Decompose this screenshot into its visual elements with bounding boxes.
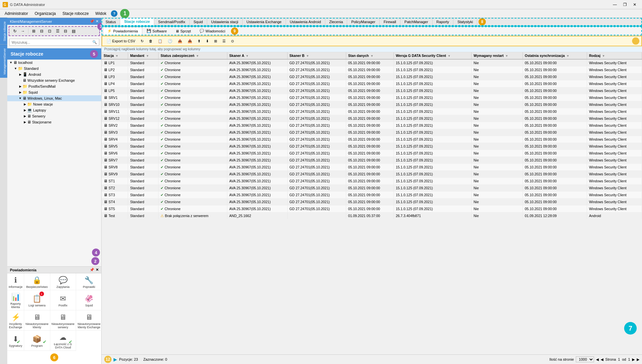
notif-logi[interactable]: 1 📋 Logi serwera (24, 290, 50, 310)
nav-next2-icon[interactable]: ▶ (637, 357, 639, 362)
notif-pin-icon[interactable]: 📌 (90, 268, 94, 272)
tree-item-localhost[interactable]: ▼ 🖥 localhost (7, 60, 101, 66)
tree-item-winlinmac[interactable]: ▼ 🖥 Windows, Linux, Mac (7, 95, 101, 101)
table-row[interactable]: 🖥LP3Standard✔ ChronioneAVA 25.30967(05.1… (102, 73, 642, 80)
th-stacja[interactable]: Stacja ▼ (102, 52, 128, 59)
table-row[interactable]: 🖥SRV3Standard✔ ChronioneAVA 25.30967(05.… (102, 129, 642, 136)
tree-item-laptopy[interactable]: ▶ 💻 Laptopy (7, 107, 101, 113)
table-row[interactable]: 🖥LP5Standard✔ ChronioneAVA 25.30967(05.1… (102, 87, 642, 94)
refresh-data-button[interactable]: ↻ (138, 38, 146, 44)
tab-policymanager[interactable]: PolicyManager (347, 18, 380, 25)
tool-button2[interactable]: 📥 (185, 38, 195, 44)
notif-poprawki[interactable]: 🔧 Poprawki (76, 273, 102, 290)
nav-prev-icon[interactable]: ◀ (596, 357, 599, 362)
tree-item-standard[interactable]: ▼ 📁 Standard (7, 66, 101, 71)
tab2-wiadomosci[interactable]: 💬 Wiadomości (195, 27, 230, 35)
properties-button[interactable]: 📋 (156, 38, 165, 44)
table-row[interactable]: 🖥SRV4Standard✔ ChronioneAVA 25.30967(05.… (102, 136, 642, 143)
table-row[interactable]: 🖥SRV6Standard✔ ChronioneAVA 25.30967(05.… (102, 150, 642, 157)
table-row[interactable]: 🖥SRV7Standard✔ ChronioneAVA 25.30967(05.… (102, 157, 642, 164)
th-skanerB[interactable]: Skaner B ▼ (287, 52, 346, 59)
notif-raporty[interactable]: 📊 Raporty klienta (7, 290, 24, 310)
tree-item-serwery[interactable]: ▶ 🖥 Serwery (7, 113, 101, 119)
notif-nieutserwery[interactable]: 🖥 Nieautoryzowane serwery (50, 310, 76, 331)
menu-stacje-robocze[interactable]: Stacje robocze (59, 10, 92, 17)
tree-item-squid[interactable]: ▶ 📁 Squid (7, 89, 101, 95)
table-row[interactable]: 🖥SRV2Standard✔ ChronioneAVA 25.30967(05.… (102, 122, 642, 129)
paste-icon[interactable]: ⊟ (38, 28, 45, 34)
side-tab-mgmt[interactable]: ManagementServer (0, 45, 7, 78)
table-row[interactable]: 🖥SRV10Standard✔ ChronioneAVA 25.30967(05… (102, 101, 642, 108)
tree-item-stacjonarne[interactable]: ▶ 🖥 Stacjonarne (7, 119, 101, 125)
tab2-software[interactable]: 💾 Software (142, 27, 171, 35)
refresh-icon[interactable]: ↻ (11, 28, 19, 34)
tab2-sprzet[interactable]: 🖥 Sprzęt (171, 27, 195, 35)
notif-program[interactable]: 📦 ✔ Program (24, 331, 50, 351)
th-stan[interactable]: Stan danych ▼ (346, 52, 394, 59)
tree-item-exchange[interactable]: 🖥 Wszystkie serwery Exchange (7, 77, 101, 83)
tree-item-android[interactable]: ▶ 📱 Android (7, 71, 101, 77)
table-row[interactable]: 🖥ST4Standard✔ ChronioneAVA 25.30967(05.1… (102, 199, 642, 205)
tab-sendmail[interactable]: Sendmail/Postfix (154, 18, 190, 25)
tool6-icon[interactable]: ▤ (70, 28, 77, 34)
th-sync[interactable]: Ostatnia synchronizacja ▼ (523, 52, 587, 59)
th-restart[interactable]: Wymagany restart ▼ (472, 52, 523, 59)
clock-button[interactable]: 🕐 (165, 38, 175, 44)
notif-nieutklienty[interactable]: 🖥 Nieautoryzowane klienty (24, 310, 50, 331)
search-icon[interactable]: 🔍 (90, 39, 99, 45)
table-row[interactable]: 🖥SRV1Standard✔ ChronioneAVA 25.30967(05.… (102, 94, 642, 101)
close-panel-icon[interactable]: ✕ (96, 19, 99, 23)
notif-close-icon[interactable]: ✕ (96, 268, 99, 272)
tool5-icon[interactable]: ⊟ (62, 28, 69, 34)
per-page-select[interactable]: 1000 500 100 (576, 356, 594, 362)
tab-ustawienia-android[interactable]: Ustawienia Android (286, 18, 325, 25)
table-row[interactable]: 🖥ST5Standard✔ ChronioneAVA 25.30967(05.1… (102, 205, 642, 212)
tree-item-nowe[interactable]: ▶ 📁 Nowe stacje (7, 101, 101, 107)
nav-forward-icon[interactable]: → (19, 28, 26, 34)
tool-button4[interactable]: ⬇ (204, 38, 211, 44)
tab-statystyki[interactable]: Statystyki (453, 18, 477, 25)
notif-bezpieczenstwo[interactable]: 🔒 Bezpieczeństwo (24, 273, 50, 290)
notif-sygnatury[interactable]: ⬇ ✔ Sygnatury (7, 331, 24, 351)
tab-raporty[interactable]: Raporty (433, 18, 454, 25)
notif-nieutklienty-exchange[interactable]: 🖥 Nieautoryzowane klienty Exchange (76, 310, 102, 331)
side-tab-stacje[interactable]: Stacje robocze (0, 18, 7, 45)
tab2-powiadomienia[interactable]: ⚡ Powiadomienia (103, 27, 142, 35)
nav-prev2-icon[interactable]: ◀ (601, 357, 603, 362)
table-row[interactable]: 🖥LP2Standard✔ ChronioneAVA 25.30967(05.1… (102, 67, 642, 73)
notif-cloud[interactable]: ☁ ✔ Łączność z G DATA Cloud (50, 331, 76, 351)
data-table-wrap[interactable]: Stacja ▼ Mandant ▼ Status zabezpieczeń ▼… (102, 52, 642, 354)
tab-patchmanager[interactable]: PatchManager (400, 18, 433, 25)
th-status[interactable]: Status zabezpieczeń ▼ (159, 52, 227, 59)
tool-button1[interactable]: 📤 (175, 38, 185, 44)
tree-item-postfix[interactable]: ▶ 📁 Postfix/SendMail (7, 83, 101, 89)
table-row[interactable]: 🖥SRV5Standard✔ ChronioneAVA 25.30967(05.… (102, 143, 642, 150)
table-row[interactable]: 🖥SRV11Standard✔ ChronioneAVA 25.30967(05… (102, 108, 642, 115)
menu-help[interactable]: ? (111, 10, 117, 17)
notif-informacje[interactable]: ℹ Informacje (7, 273, 24, 290)
export-csv-button[interactable]: 📄 Export to CSV (104, 38, 138, 44)
notif-postfix[interactable]: ✉ Postfix (50, 290, 76, 310)
th-rodzaj[interactable]: Rodzaj ▼ 11 (587, 52, 642, 59)
th-mandant[interactable]: Mandant ▼ (128, 52, 159, 59)
tool4-icon[interactable]: ☰ (54, 28, 61, 34)
table-row[interactable]: 🖥ST3Standard✔ ChronioneAVA 25.30967(05.1… (102, 192, 642, 199)
table-row[interactable]: 🖥SRV12Standard✔ ChronioneAVA 25.30967(05… (102, 115, 642, 122)
tool-button5[interactable]: ⊞ (212, 38, 219, 44)
th-skanerA[interactable]: Skaner A ▼ (227, 52, 287, 59)
tab-ustawienia-exchange[interactable]: Ustawienia Exchange (243, 18, 286, 25)
notif-incydenty[interactable]: ⚡ Incydenty Exchange (7, 310, 24, 331)
tool-button3[interactable]: ⬆ (195, 38, 203, 44)
copy-icon[interactable]: ⊞ (30, 28, 37, 34)
tab-ustawienia-stacji[interactable]: Ustawienia stacji (207, 18, 243, 25)
tab-firewall[interactable]: Firewall (380, 18, 400, 25)
menu-administrator[interactable]: Administrator (1, 10, 31, 17)
tool-button7[interactable]: ⊙ (229, 38, 236, 44)
restore-button[interactable]: ❐ (620, 1, 629, 8)
tab-squid[interactable]: Squid (190, 18, 207, 25)
notif-zapytania[interactable]: 💬 Zapytania (50, 273, 76, 290)
close-button[interactable]: ✕ (630, 1, 639, 8)
tab-stacje-robocze[interactable]: Stacje robocze (120, 18, 154, 26)
menu-organizacja[interactable]: Organizacja (31, 10, 59, 17)
nav-next-icon[interactable]: ▶ (632, 357, 635, 362)
